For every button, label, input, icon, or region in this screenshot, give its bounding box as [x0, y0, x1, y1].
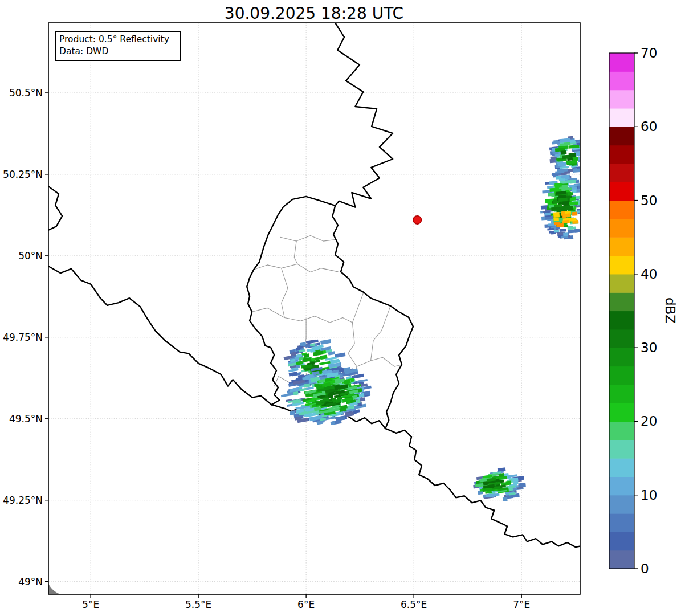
- echo-cell-intense: [562, 220, 569, 223]
- radar-figure-canvas: 5°E5.5°E6°E6.5°E7°E50.5°N50.25°N50°N49.7…: [0, 0, 685, 616]
- echo-cell: [554, 230, 559, 232]
- colorbar-segment: [609, 440, 634, 459]
- echo-cell-intense: [553, 212, 560, 218]
- map-frame: [48, 23, 580, 594]
- echo-cell-intense: [569, 218, 576, 222]
- colorbar-tick-label: 60: [641, 119, 657, 134]
- y-tick-label: 49.25°N: [3, 495, 43, 506]
- echo-cell: [562, 201, 569, 205]
- admin-border-line: [371, 306, 391, 361]
- radar-echo-east-cell-north: [548, 135, 588, 175]
- echo-cell: [561, 150, 567, 155]
- echo-cell: [563, 232, 568, 236]
- colorbar-segment: [609, 108, 634, 127]
- echo-cell: [554, 183, 562, 187]
- colorbar-segment: [609, 127, 634, 145]
- x-tick-label: 5.5°E: [185, 599, 211, 610]
- echo-cell: [570, 140, 575, 143]
- x-tick-label: 7°E: [513, 599, 530, 610]
- echo-cell: [320, 339, 331, 345]
- colorbar-segment: [609, 219, 634, 238]
- y-tick-label: 49.5°N: [9, 413, 43, 425]
- colorbar-segment: [609, 329, 634, 348]
- echo-cell: [569, 153, 576, 157]
- colorbar-tick-label: 10: [641, 488, 657, 503]
- info-box-product-line: Product: 0.5° Reflectivity: [59, 34, 169, 44]
- colorbar-segment: [609, 237, 634, 256]
- x-tick-label: 6°E: [297, 599, 315, 610]
- admin-border-line: [280, 235, 336, 241]
- admin-border-line: [352, 292, 364, 323]
- colorbar-segment: [609, 182, 634, 201]
- colorbar: 010203040506070: [609, 46, 657, 576]
- admin-border-line: [252, 308, 352, 323]
- colorbar-segment: [609, 458, 634, 477]
- echo-cell: [335, 416, 345, 422]
- y-tick-label: 50.25°N: [3, 169, 43, 180]
- colorbar-segment: [609, 532, 634, 550]
- colorbar-tick-label: 20: [641, 414, 657, 429]
- radar-echo-east-cell-main: [537, 167, 589, 240]
- echo-cell: [561, 174, 570, 178]
- axis-ticks: [45, 93, 521, 598]
- colorbar-segment: [609, 292, 634, 311]
- colorbar-segment: [609, 256, 634, 275]
- admin-border-line: [357, 357, 402, 366]
- colorbar-axis-title: dBZ: [663, 297, 678, 324]
- plot-title: 30.09.2025 18:28 UTC: [225, 4, 403, 23]
- colorbar-segment: [609, 53, 634, 72]
- echo-cell: [503, 497, 508, 501]
- corner-terrain-patch: [48, 584, 60, 594]
- country-border-line: [48, 186, 62, 230]
- colorbar-segment: [609, 366, 634, 385]
- colorbar-tick-label: 70: [641, 46, 657, 60]
- y-tick-label: 50.5°N: [9, 87, 43, 99]
- echo-cell-intense: [553, 218, 559, 221]
- y-tick-label: 50°N: [18, 250, 43, 262]
- colorbar-segment: [609, 495, 634, 514]
- radar-echo-south-east-cell: [471, 465, 527, 505]
- echo-cell: [547, 228, 554, 230]
- echo-cell: [554, 204, 562, 207]
- colorbar-segment: [609, 164, 634, 182]
- map-gridlines: [48, 23, 580, 594]
- admin-border-line: [282, 268, 288, 318]
- echo-cell-intense: [563, 213, 571, 218]
- axis-tick-labels: 5°E5.5°E6°E6.5°E7°E50.5°N50.25°N50°N49.7…: [3, 87, 530, 610]
- admin-border-line: [294, 241, 297, 264]
- colorbar-segment: [609, 385, 634, 403]
- colorbar-segment: [609, 274, 634, 293]
- colorbar-segment: [609, 71, 634, 90]
- colorbar-segment: [609, 550, 634, 569]
- radar-site-marker: [413, 216, 421, 224]
- echo-cell: [560, 229, 566, 232]
- echo-cell-intense: [554, 222, 560, 225]
- colorbar-segment: [609, 201, 634, 219]
- admin-border-line: [254, 264, 297, 270]
- echo-cell: [570, 180, 575, 183]
- echo-cell: [558, 198, 568, 202]
- country-border-line: [335, 23, 393, 207]
- map-content: [48, 23, 589, 594]
- colorbar-segment: [609, 311, 634, 330]
- colorbar-segment: [609, 348, 634, 366]
- radar-figure: 5°E5.5°E6°E6.5°E7°E50.5°N50.25°N50°N49.7…: [0, 0, 685, 616]
- colorbar-segment: [609, 476, 634, 495]
- colorbar-segment: [609, 421, 634, 440]
- colorbar-segment: [609, 145, 634, 164]
- echo-cell: [498, 467, 506, 472]
- echo-cell: [574, 229, 580, 232]
- echo-cell-intense: [572, 212, 578, 216]
- colorbar-segment: [609, 90, 634, 109]
- colorbar-tick-label: 50: [641, 193, 657, 208]
- y-tick-label: 49.75°N: [3, 332, 43, 343]
- x-tick-label: 6.5°E: [401, 599, 427, 610]
- echo-cell: [573, 168, 581, 173]
- y-tick-label: 49°N: [18, 576, 43, 588]
- colorbar-tick-label: 0: [641, 561, 649, 576]
- colorbar-segment: [609, 513, 634, 532]
- colorbar-tick-label: 30: [641, 340, 657, 355]
- echo-cell: [289, 372, 297, 376]
- colorbar-tick-label: 40: [641, 267, 657, 282]
- admin-border-line: [297, 264, 338, 272]
